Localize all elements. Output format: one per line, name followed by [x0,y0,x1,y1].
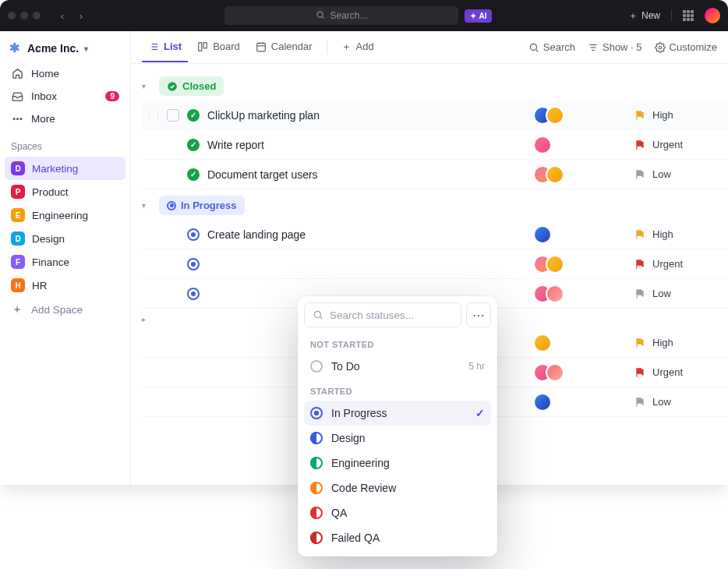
assignees [533,334,634,352]
task-status-icon[interactable] [187,168,200,181]
task-status-icon[interactable] [187,228,200,241]
space-engineering[interactable]: EEngineering [5,203,125,227]
status-option-failed-qa[interactable]: Failed QA [304,525,491,550]
task-status-icon[interactable] [187,139,200,151]
task-name[interactable]: Write report [207,139,533,151]
view-tab-list[interactable]: List [142,32,188,62]
assignee-avatar[interactable] [546,106,564,125]
task-checkbox[interactable] [167,109,179,122]
collapse-icon[interactable]: ▾ [142,82,153,90]
svg-point-24 [314,311,320,317]
priority[interactable]: Low [634,288,728,299]
task-status-icon[interactable] [187,258,200,270]
task-status-icon[interactable] [187,288,200,300]
drag-handle-icon[interactable]: ⋮⋮ [145,110,162,120]
svg-rect-11 [199,42,202,51]
task-name[interactable]: Document target users [207,168,533,181]
status-icon [310,482,323,494]
chevron-down-icon: ▾ [84,44,88,53]
status-option-design[interactable]: Design [304,426,491,451]
space-marketing[interactable]: DMarketing [5,157,125,180]
priority[interactable]: Low [634,168,728,180]
main-pane: List Board Calendar ＋ Add [131,31,728,485]
inbox-count-badge: 9 [105,91,119,101]
task-name[interactable]: ClickUp marketing plan [207,109,533,122]
status-option-in-progress[interactable]: In Progress ✓ [304,401,491,426]
priority[interactable]: Urgent [634,139,728,150]
ai-button[interactable]: ✦AI [465,9,492,23]
sidebar-item-home[interactable]: Home [5,62,125,85]
assignees [533,393,634,412]
space-initial: D [11,161,25,175]
svg-point-0 [317,12,323,17]
task-row[interactable]: Urgent [142,249,728,279]
show-button[interactable]: Show · 5 [588,41,642,53]
assignee-avatar[interactable] [533,225,552,244]
space-hr[interactable]: HHR [5,274,125,297]
assignee-avatar[interactable] [533,136,552,154]
plus-icon: ＋ [11,302,23,316]
status-more-button[interactable]: ⋯ [466,302,491,327]
assignees [533,225,634,244]
collapse-icon[interactable]: ▾ [142,201,153,210]
apps-icon[interactable] [683,10,694,21]
new-button[interactable]: ＋ New [628,9,660,23]
task-status-icon[interactable] [187,109,200,122]
flag-icon [634,110,645,121]
assignee-avatar[interactable] [546,363,564,382]
titlebar: ‹ › Search... ✦AI ＋ New [0,0,728,31]
nav-forward-icon[interactable]: › [73,10,89,22]
priority[interactable]: Low [634,396,728,408]
window-controls[interactable] [8,12,41,19]
priority[interactable]: High [634,109,728,121]
space-finance[interactable]: FFinance [5,250,125,274]
priority[interactable]: High [634,228,728,240]
assignee-avatar[interactable] [546,165,564,184]
svg-line-1 [323,16,324,18]
plus-icon: ＋ [341,40,352,54]
task-row[interactable]: Write report Urgent [142,130,728,160]
view-tab-calendar[interactable]: Calendar [249,32,319,62]
assignee-avatar[interactable] [546,284,564,303]
task-row[interactable]: Create landing page High [142,220,728,249]
status-option-qa[interactable]: QA [304,500,491,525]
status-option-engineering[interactable]: Engineering [304,451,491,475]
user-avatar[interactable] [705,8,720,23]
svg-point-22 [659,46,662,49]
status-section-heading: NOT STARTED [304,332,491,354]
assignee-avatar[interactable] [533,334,552,352]
status-option-to-do[interactable]: To Do 5 hr [304,354,491,379]
sidebar-item-more[interactable]: More [5,108,125,130]
status-option-code-review[interactable]: Code Review [304,475,491,500]
view-tab-board[interactable]: Board [191,32,246,62]
customize-button[interactable]: Customize [655,41,717,53]
task-name[interactable]: Create landing page [207,228,533,241]
check-icon: ✓ [475,407,485,419]
workspace-switcher[interactable]: Acme Inc. ▾ [5,37,125,62]
collapse-icon[interactable]: ▸ [142,315,153,323]
assignee-avatar[interactable] [546,255,564,274]
svg-line-18 [535,49,538,51]
task-row[interactable]: ⋮⋮ ClickUp marketing plan High [142,101,728,130]
home-icon [11,68,23,80]
space-design[interactable]: DDesign [5,227,125,250]
status-icon [310,407,323,419]
nav-back-icon[interactable]: ‹ [55,10,70,22]
flag-icon [634,288,645,299]
status-chip[interactable]: In Progress [159,196,245,215]
space-product[interactable]: PProduct [5,180,125,203]
flag-icon [634,140,645,150]
sidebar-item-inbox[interactable]: Inbox 9 [5,85,125,108]
assignee-avatar[interactable] [533,393,552,412]
add-view-button[interactable]: ＋ Add [335,31,380,64]
search-button[interactable]: Search [528,41,575,53]
global-search[interactable]: Search... [224,6,458,25]
status-chip[interactable]: Closed [159,76,224,96]
priority[interactable]: High [634,337,728,348]
sidebar: Acme Inc. ▾ Home Inbox 9 More [0,31,131,485]
task-row[interactable]: Document target users Low [142,160,728,189]
status-search-input[interactable]: Search statuses... [304,302,461,327]
add-space-button[interactable]: ＋ Add Space [5,297,125,322]
priority[interactable]: Urgent [634,366,728,378]
priority[interactable]: Urgent [634,258,728,270]
